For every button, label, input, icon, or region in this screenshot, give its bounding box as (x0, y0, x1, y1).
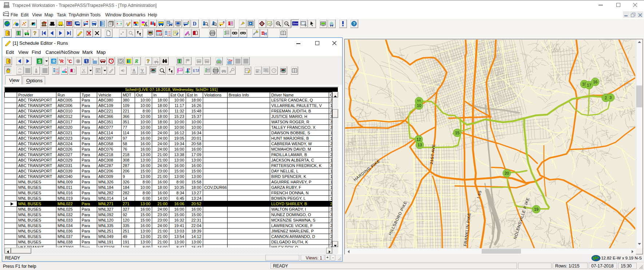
svg-text:I: I (59, 58, 60, 61)
svg-text:H: H (264, 32, 267, 36)
svg-text:s: s (87, 61, 88, 63)
svg-text:?: ? (27, 30, 29, 33)
svg-text:R: R (52, 59, 56, 64)
svg-text:B: B (77, 59, 80, 63)
svg-text:R: R (134, 59, 138, 64)
svg-text:I: I (67, 58, 68, 61)
svg-text:R: R (60, 59, 64, 64)
svg-text:Label: Label (178, 69, 183, 71)
svg-text:10: 10 (417, 103, 421, 108)
svg-text:Cu: Cu (228, 59, 232, 62)
svg-text:16: 16 (593, 80, 597, 84)
svg-text:D: D (193, 21, 197, 27)
svg-text:1:40: 1:40 (55, 71, 59, 74)
svg-text:I: I (140, 68, 141, 71)
svg-text:?: ? (188, 68, 190, 71)
svg-text:12: 12 (159, 33, 162, 36)
svg-text:Street: Street (293, 22, 299, 25)
svg-text:1:40: 1:40 (167, 34, 171, 36)
svg-text:I: I (227, 58, 228, 61)
svg-text:Trn: Trn (81, 71, 84, 74)
svg-text:?: ? (33, 30, 37, 36)
svg-text:19: 19 (534, 207, 538, 211)
svg-text:A: A (133, 68, 135, 72)
svg-text:20: 20 (505, 171, 509, 175)
svg-text:S: S (38, 59, 41, 64)
svg-text:17: 17 (587, 83, 591, 87)
svg-text:15: 15 (455, 131, 459, 135)
svg-text:3: 3 (609, 95, 612, 100)
svg-text:ETA: ETA (193, 69, 199, 73)
svg-text:I: I (131, 68, 132, 71)
svg-text:13: 13 (418, 143, 422, 147)
svg-text:?: ? (353, 21, 356, 26)
svg-text:C: C (68, 59, 72, 64)
svg-text:I: I (92, 58, 93, 61)
svg-text:?: ? (146, 58, 150, 64)
svg-text:V: V (141, 68, 143, 72)
